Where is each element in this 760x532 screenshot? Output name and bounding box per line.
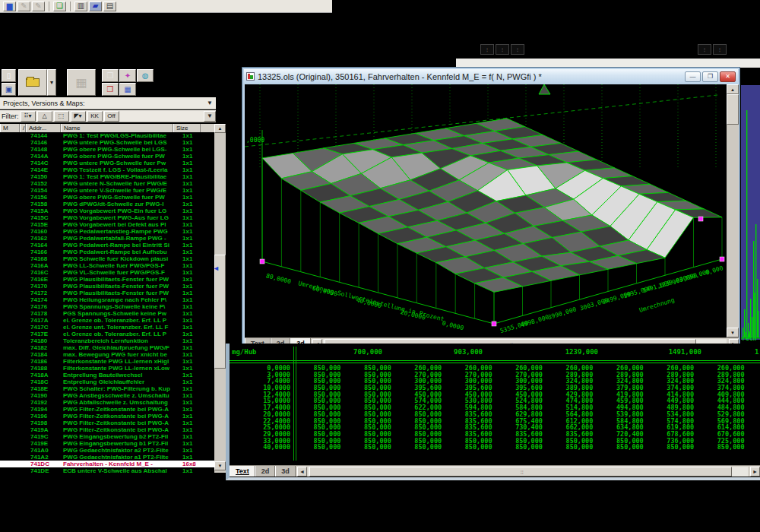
map-value-table[interactable]: 0,0000850,000850,000260,000260,000260,00… bbox=[230, 365, 760, 451]
minimize-button[interactable]: — bbox=[685, 71, 701, 82]
column-header-addr[interactable]: Addr... bbox=[26, 124, 61, 132]
tab-text[interactable]: Text bbox=[230, 466, 255, 477]
map-list-row[interactable]: 74190PWG Anstiegsschwelle z. Umschaltu1x… bbox=[0, 392, 214, 399]
close-button[interactable]: ✕ bbox=[720, 71, 736, 82]
map-list-row[interactable]: 74158PWG dPWG/dt-Schwelle zur PWG-I1x1 bbox=[0, 201, 214, 207]
map-list-row[interactable]: 7415EPWG Vorgabewert bei Defekt aus Pl1x… bbox=[0, 221, 214, 228]
map-list-row[interactable]: 7418EPWG Schalter: PWG-Filterung b. Kup1… bbox=[0, 385, 214, 392]
map-list-row[interactable]: 74188Filterkonstante PWG LL-lernen xLow1… bbox=[0, 365, 214, 372]
map-list-row[interactable]: 74152PWG untere N-Schwelle fuer PWG/E1x1 bbox=[0, 180, 214, 187]
new-project-button[interactable]: ▯ bbox=[2, 69, 16, 82]
map-list-row[interactable]: 7419CPWG Eingangsbewertung b2 PT2-Fil1x1 bbox=[0, 433, 214, 440]
maximize-button[interactable]: ❐ bbox=[702, 71, 718, 82]
column-header-m[interactable]: M bbox=[0, 124, 20, 132]
map-list-row[interactable]: 74146PWG untere PWG-Schwelle bei LGS1x1 bbox=[0, 139, 214, 146]
map-list-row[interactable]: 74160PWG Pedalwertanstieg-Rampe PWG1x1 bbox=[0, 228, 214, 235]
map-list-row[interactable]: 7419EPWG Eingangsbewertung b1 PT2-Fil1x1 bbox=[0, 440, 214, 447]
map-list-row[interactable]: 74164PWG Pedalwert-Rampe bei Eintritt Si… bbox=[0, 242, 214, 249]
map-list-row[interactable]: 74198PWG Filter-Zeitkonstante bei PWG-A1… bbox=[0, 420, 214, 426]
map-list-row[interactable]: 74180Toleranzbereich Lernfunktion1x1 bbox=[0, 337, 214, 344]
scrollbar-thumb[interactable]: ⁞⁞ bbox=[309, 467, 732, 477]
open-dropdown-button[interactable]: ▾ bbox=[47, 69, 56, 96]
map-list-row[interactable]: 7416APWG LL-Schwelle fuer PWG/PGS-F1x1 bbox=[0, 262, 214, 269]
copy-window-button[interactable]: ❐ bbox=[102, 69, 119, 82]
import-button-disabled[interactable]: ▦ bbox=[67, 69, 96, 96]
map-value-cell[interactable]: 850,000 bbox=[290, 444, 340, 451]
map-value-cell[interactable]: 850,000 bbox=[543, 444, 593, 451]
map-list-row[interactable]: 7417Ael. Grenze ob. Toleranzber. Erf. LL… bbox=[0, 317, 214, 324]
plot-vertical-scrollbar[interactable]: ▲ ▼ bbox=[727, 84, 739, 337]
map-list-row[interactable]: 74168PWG Schwelle fuer Kickdown plausi1x… bbox=[0, 255, 214, 262]
edit-pencil-disabled-icon[interactable]: ✎ bbox=[17, 2, 30, 11]
filter-sort-button[interactable]: △ bbox=[37, 111, 52, 122]
map-list-row[interactable]: 7416CPWG VL-Schwelle fuer PWG/PGS-F1x1 bbox=[0, 269, 214, 276]
map-list-row-selected[interactable]: 741DCFahrverhalten - Kennfeld M_E -16x8 bbox=[0, 461, 214, 467]
map-list-row[interactable]: 74182max. Diff. Gleichlaufpruefung PWG/F… bbox=[0, 344, 214, 351]
map-list-row[interactable]: 74156PWG obere PWG-Schwelle fuer PW1x1 bbox=[0, 194, 214, 201]
tab-2d[interactable]: 2d bbox=[255, 466, 276, 477]
map-list-row[interactable]: 741DEECB untere V-Schwelle aus Abschal1x… bbox=[0, 467, 214, 473]
map-list-row[interactable]: 74170PWG Plausibilitaets-Fenster fuer PW… bbox=[0, 283, 214, 290]
map-list-row[interactable]: 74144PWG 1: Test PWG/LGS-Plausibilitae1x… bbox=[0, 132, 214, 139]
column-header-name[interactable]: Name bbox=[61, 124, 173, 132]
map-list-row[interactable]: 74162PWG Pedalwertabfall-Rampe PWG -1x1 bbox=[0, 235, 214, 242]
map-list-row[interactable]: 7414CPWG untere PWG-Schwelle fuer Pw1x1 bbox=[0, 160, 214, 166]
scroll-down-icon[interactable]: ▼ bbox=[214, 461, 226, 470]
map-chart-edit-icon[interactable]: ▆ bbox=[3, 2, 16, 11]
map-list-row[interactable]: 74148PWG obere PWG-Schwelle bei LGS-1x1 bbox=[0, 146, 214, 153]
projects-versions-maps-dropdown[interactable]: Projects, Versions & Maps: ▼ bbox=[0, 97, 216, 109]
map-list-row[interactable]: 7418AEntprellung Bauteilwechsel1x1 bbox=[0, 372, 214, 378]
filter-kk-button[interactable]: KK bbox=[87, 111, 103, 122]
horizontal-scrollbar[interactable]: ⁞⁞ bbox=[308, 467, 748, 477]
open-button[interactable] bbox=[18, 69, 47, 96]
map-value-cell[interactable]: 850,000 bbox=[694, 444, 744, 451]
map-list-button[interactable]: ▦ bbox=[119, 83, 136, 96]
map-list-row[interactable]: 74192PWG Abfallschwelle z. Umschaltung1x… bbox=[0, 399, 214, 406]
map-value-cell[interactable]: 850,000 bbox=[442, 444, 492, 451]
tab-scroll-right-icon[interactable]: ► bbox=[750, 467, 760, 477]
scroll-down-icon[interactable]: ▼ bbox=[727, 328, 739, 337]
map-value-cell[interactable]: 850,000 bbox=[340, 444, 391, 451]
version-compare-icon[interactable]: ❏ bbox=[53, 2, 66, 11]
map-list-row[interactable]: 74172PWG Plausibilitaets-Fenster fuer PW… bbox=[0, 290, 214, 296]
map-value-cell[interactable]: 850,000 bbox=[593, 444, 643, 451]
online-globe-button[interactable]: ◍ bbox=[137, 69, 154, 82]
map-list-row[interactable]: 74186Filterkonstante PWG LL-lernen xHigl… bbox=[0, 358, 214, 365]
map-list-header[interactable]: M/Addr...NameSize bbox=[0, 124, 214, 132]
map-list-row[interactable]: 741A0PWG Gedaechtnisfaktor a2 PT2-Filte1… bbox=[0, 447, 214, 454]
filter-off-button[interactable]: Off bbox=[104, 111, 119, 122]
map-list-row[interactable]: 7418CEntprellung Gleichlauffehler1x1 bbox=[0, 378, 214, 385]
map-list-row[interactable]: 7414APWG obere PWG-Schwelle fuer PW1x1 bbox=[0, 153, 214, 160]
map-list-row[interactable]: 74184max. Bewegung PWG fuer xnicht be1x1 bbox=[0, 351, 214, 358]
map-list-row[interactable]: 74194PWG Filter-Zeitkonstante bei PWG-A1… bbox=[0, 406, 214, 413]
map-list-row[interactable]: 7415CPWG Vorgabewert PWG-Aus fuer LG1x1 bbox=[0, 214, 214, 221]
window-titlebar[interactable]: 13325.ols (Original), 350161, Fahrverhal… bbox=[244, 69, 738, 84]
map-list-scrollbar[interactable]: ▲ ◄ ▼ bbox=[214, 124, 226, 473]
scroll-up-icon[interactable]: ▲ bbox=[214, 124, 226, 133]
tab-3d[interactable]: 3d bbox=[275, 466, 296, 477]
map-list-row[interactable]: 74196PWG Filter-Zeitkonstante bei PWG-A1… bbox=[0, 413, 214, 420]
scrollbar-thumb[interactable] bbox=[727, 94, 739, 125]
insert-map-button[interactable]: ❒ bbox=[102, 83, 119, 96]
map-list-row[interactable]: 741A2PWG Gedaechtnisfaktor a1 PT2-Filte1… bbox=[0, 454, 214, 461]
map-list-row[interactable]: 7416EPWG Plausibilitaets-Fenster fuer PW… bbox=[0, 276, 214, 283]
filter-dropdown-button[interactable]: ▼ bbox=[204, 111, 216, 122]
filter-preset-button[interactable]: ⠿▾ bbox=[21, 111, 36, 122]
scroll-up-icon[interactable]: ▲ bbox=[727, 84, 739, 94]
map-list-row[interactable]: 74176PWG Spannungs-Schwelle keine P\1x1 bbox=[0, 303, 214, 310]
map-value-cell[interactable]: 850,000 bbox=[644, 444, 694, 451]
map-list-row[interactable]: 7417Eel. Grenze ob. Toleranzber. Erf. LL… bbox=[0, 331, 214, 337]
map-list-row[interactable]: 74150PWG 1: Test PWG/BRE-Plausibilitae1x… bbox=[0, 173, 214, 180]
save-button[interactable]: ▣ bbox=[2, 83, 16, 96]
column-header-[interactable]: / bbox=[20, 124, 26, 132]
table-row[interactable]: 40,0000850,000850,000850,000850,000850,0… bbox=[230, 444, 760, 451]
map-list-row[interactable]: 74166PWG Pedalwert-Rampe bei Aufhebu1x1 bbox=[0, 249, 214, 255]
map-list-row[interactable]: 7419APWG Filter-Zeitkonstante bei PWG-A1… bbox=[0, 426, 214, 433]
3d-surface-plot[interactable]: ,000080,000060,000040,000020,00000,0000U… bbox=[245, 84, 727, 337]
edit-map-button[interactable]: ✦ bbox=[119, 69, 136, 82]
filter-flag-button[interactable]: ◤▾ bbox=[71, 111, 86, 122]
map-list-row[interactable]: 74154PWG untere V-Schwelle fuer PWG/E1x1 bbox=[0, 187, 214, 194]
text-view-icon[interactable]: ▥ bbox=[74, 2, 87, 11]
map-list-row[interactable]: 74174PWG Heilungsrampe nach Fehler P\1x1 bbox=[0, 296, 214, 303]
tab-scroll-left-icon[interactable]: ◄ bbox=[297, 467, 307, 477]
